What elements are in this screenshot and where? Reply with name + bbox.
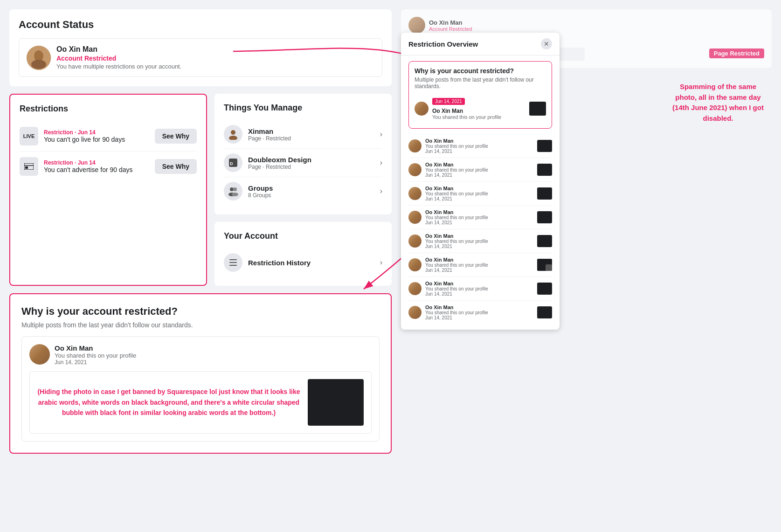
restriction-advertise-info: Restriction · Jun 14 You can't advertise… xyxy=(44,159,149,173)
modal-why-restricted-box: Why is your account restricted? Multiple… xyxy=(408,61,552,129)
restriction-overview-modal: Restriction Overview ✕ Why is your accou… xyxy=(401,33,560,330)
restriction-live-info: Restriction · Jun 14 You can't go live f… xyxy=(44,129,149,143)
why-restricted-title: Why is your account restricted? xyxy=(21,305,380,318)
small-post-info: Oo Xin Man You shared this on your profi… xyxy=(425,209,533,225)
doubleoxm-icon: D xyxy=(224,153,242,172)
small-post-sub: You shared this on your profile xyxy=(425,215,533,220)
small-avatar xyxy=(408,235,422,248)
bg-user-name: Oo Xin Man xyxy=(429,19,472,26)
see-why-live-button[interactable]: See Why xyxy=(155,129,197,144)
small-post-name: Oo Xin Man xyxy=(425,281,533,286)
restriction-live-label: Restriction · Jun 14 xyxy=(44,129,149,136)
small-post-name: Oo Xin Man xyxy=(425,186,533,191)
two-col-area: Restrictions LIVE Restriction · Jun 14 Y… xyxy=(9,94,392,286)
restriction-item-advertise: Restriction · Jun 14 You can't advertise… xyxy=(20,152,197,181)
restriction-item-live: LIVE Restriction · Jun 14 You can't go l… xyxy=(20,121,197,152)
modal-why-title: Why is your account restricted? xyxy=(415,67,546,75)
svg-rect-16 xyxy=(229,265,237,266)
date-badge: Jun 14, 2021 xyxy=(432,98,465,105)
groups-icon xyxy=(224,182,242,200)
account-status-card: Account Status Oo Xin Man Account Restri xyxy=(9,9,392,86)
small-post-img xyxy=(537,306,552,318)
user-details: Oo Xin Man Account Restricted You have m… xyxy=(56,45,181,70)
small-avatar xyxy=(408,163,422,176)
post-shared-text: You shared this on your profile xyxy=(55,352,136,359)
svg-point-7 xyxy=(229,136,237,140)
list-item: Oo Xin Man You shared this on your profi… xyxy=(408,182,552,206)
small-avatar xyxy=(408,306,422,319)
right-panel: Oo Xin Man Account Restricted Restrictio… xyxy=(401,9,772,454)
manage-item-groups[interactable]: Groups 8 Groups › xyxy=(224,177,382,205)
things-you-manage-card: Things You Manage Xinman Page · Restrict… xyxy=(214,94,392,214)
small-avatar xyxy=(408,139,422,152)
post-card: Oo Xin Man You shared this on your profi… xyxy=(21,336,380,442)
small-post-sub: You shared this on your profile xyxy=(425,310,533,315)
svg-text:D: D xyxy=(230,161,233,166)
restriction-advertise-desc: You can't advertise for 90 days xyxy=(44,166,149,173)
svg-point-13 xyxy=(232,193,238,196)
modal-header: Restriction Overview ✕ xyxy=(401,33,560,55)
doubleoxm-info: Doubleoxm Design Page · Restricted xyxy=(248,156,374,170)
small-avatar xyxy=(408,258,422,271)
things-account-col: Things You Manage Xinman Page · Restrict… xyxy=(214,94,392,286)
user-info-row: Oo Xin Man Account Restricted You have m… xyxy=(19,38,382,77)
post-info: Oo Xin Man You shared this on your profi… xyxy=(55,344,136,366)
small-post-img xyxy=(537,187,552,200)
list-item: Oo Xin Man You shared this on your profi… xyxy=(408,277,552,301)
page-restricted-badge: Page Restricted xyxy=(709,48,764,58)
small-post-date: Jun 14, 2021 xyxy=(425,268,533,273)
svg-rect-15 xyxy=(229,262,237,263)
post-date: Jun 14, 2021 xyxy=(55,359,136,366)
small-post-info: Oo Xin Man You shared this on your profi… xyxy=(425,162,533,178)
svg-point-2 xyxy=(31,60,46,69)
list-item: Oo Xin Man You shared this on your profi… xyxy=(408,158,552,182)
groups-chevron: › xyxy=(380,187,382,195)
see-why-advertise-button[interactable]: See Why xyxy=(155,159,197,174)
small-post-sub: You shared this on your profile xyxy=(425,239,533,244)
xinman-icon xyxy=(224,125,242,144)
left-panel: Account Status Oo Xin Man Account Restri xyxy=(9,9,392,454)
small-post-sub: You shared this on your profile xyxy=(425,286,533,291)
small-post-name: Oo Xin Man xyxy=(425,209,533,215)
avatar-image xyxy=(27,46,51,70)
modal-post-sub-first: You shared this on your profile xyxy=(432,114,525,120)
small-post-img xyxy=(537,235,552,247)
modal-body: Why is your account restricted? Multiple… xyxy=(401,55,560,330)
post-content-box: (Hiding the photo in case I get banned b… xyxy=(29,371,372,434)
small-post-sub: You shared this on your profile xyxy=(425,191,533,196)
list-item: Oo Xin Man You shared this on your profi… xyxy=(408,301,552,324)
manage-item-xinman[interactable]: Xinman Page · Restricted › xyxy=(224,120,382,149)
small-avatar xyxy=(408,211,422,224)
hidden-photo-text: (Hiding the photo in case I get banned b… xyxy=(37,387,300,418)
svg-rect-14 xyxy=(229,259,237,260)
small-post-date: Jun 14, 2021 xyxy=(425,291,533,297)
restriction-history-name: Restriction History xyxy=(248,259,374,267)
small-post-img xyxy=(537,283,552,295)
small-post-date: Jun 14, 2021 xyxy=(425,173,533,178)
posts-list: Oo Xin Man You shared this on your profi… xyxy=(408,134,552,324)
xinman-chevron: › xyxy=(380,130,382,138)
post-user-name: Oo Xin Man xyxy=(55,344,136,352)
your-account-card: Your Account Restriction History › xyxy=(214,222,392,286)
manage-item-doubleoxm[interactable]: D Doubleoxm Design Page · Restricted › xyxy=(224,149,382,177)
small-post-img xyxy=(537,259,552,271)
modal-post-item-first: Jun 14, 2021 Oo Xin Man You shared this … xyxy=(415,94,546,123)
small-post-date: Jun 14, 2021 xyxy=(425,196,533,201)
small-post-sub: You shared this on your profile xyxy=(425,263,533,268)
svg-rect-5 xyxy=(25,166,28,169)
small-avatar xyxy=(408,187,422,200)
restrictions-title: Restrictions xyxy=(20,104,197,114)
small-post-name: Oo Xin Man xyxy=(425,257,533,263)
small-avatar xyxy=(408,282,422,295)
modal-post-avatar-first xyxy=(415,102,429,116)
post-image xyxy=(308,379,364,426)
account-status-label: Account Restricted xyxy=(56,55,181,62)
small-post-name: Oo Xin Man xyxy=(425,233,533,239)
modal-close-button[interactable]: ✕ xyxy=(541,38,552,49)
small-post-date: Jun 14, 2021 xyxy=(425,315,533,320)
post-header: Oo Xin Man You shared this on your profi… xyxy=(29,344,372,366)
why-restricted-card: Why is your account restricted? Multiple… xyxy=(9,293,392,454)
doubleoxm-sub: Page · Restricted xyxy=(248,164,374,170)
restriction-history-item[interactable]: Restriction History › xyxy=(224,249,382,276)
modal-post-info-first: Jun 14, 2021 Oo Xin Man You shared this … xyxy=(432,97,525,120)
